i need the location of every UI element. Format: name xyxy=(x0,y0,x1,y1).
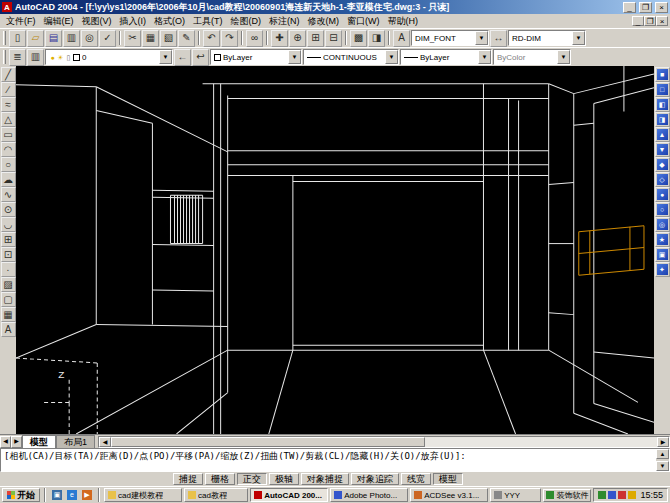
show-desktop-button[interactable]: ▣ xyxy=(50,488,64,502)
shade-button[interactable]: ★ xyxy=(655,232,670,247)
layer-states-button[interactable]: ▥ xyxy=(27,49,44,66)
redo-button[interactable]: ↷ xyxy=(221,30,238,47)
status-button-ortho[interactable]: 正交 xyxy=(237,473,267,485)
view-right-button[interactable]: ◨ xyxy=(655,112,670,127)
chevron-down-icon[interactable]: ▼ xyxy=(572,31,585,45)
menu-item[interactable]: 视图(V) xyxy=(78,15,116,28)
insert-block-button[interactable]: ⊞ xyxy=(1,232,16,247)
color-control-combo[interactable]: ByLayer ▼ xyxy=(210,49,302,65)
tray-antivirus-icon[interactable] xyxy=(598,491,606,499)
spelling-button[interactable]: ✓ xyxy=(99,30,116,47)
scrollbar-thumb[interactable] xyxy=(111,437,424,447)
scroll-down-icon[interactable]: ▼ xyxy=(656,461,669,471)
render-button[interactable]: ✦ xyxy=(655,262,670,277)
status-button-polar[interactable]: 极轴 xyxy=(269,473,299,485)
layer-properties-button[interactable]: ≣ xyxy=(9,49,26,66)
zoom-realtime-button[interactable]: ⊕ xyxy=(289,30,306,47)
status-button-lwt[interactable]: 线宽 xyxy=(401,473,431,485)
scroll-left-icon[interactable]: ◀ xyxy=(99,437,111,447)
status-button-otrack[interactable]: 对象追踪 xyxy=(351,473,399,485)
chevron-down-icon[interactable]: ▼ xyxy=(478,50,491,64)
media-player-button[interactable]: ▶ xyxy=(80,488,94,502)
chevron-down-icon[interactable]: ▼ xyxy=(475,31,488,45)
chevron-down-icon[interactable]: ▼ xyxy=(159,50,172,64)
polyline-button[interactable]: ≈ xyxy=(1,97,16,112)
view-se-iso-button[interactable]: ◇ xyxy=(655,172,670,187)
polygon-button[interactable]: △ xyxy=(1,112,16,127)
task-button[interactable]: ACDSee v3.1... xyxy=(410,488,488,502)
menu-item[interactable]: 绘图(D) xyxy=(227,15,266,28)
view-top-button[interactable]: ■ xyxy=(655,67,670,82)
ellipse-arc-button[interactable]: ◡ xyxy=(1,217,16,232)
command-scrollbar[interactable]: ▲ ▼ xyxy=(656,449,669,471)
view-nw-iso-button[interactable]: ○ xyxy=(655,202,670,217)
text-style-combo[interactable]: DIM_FONT ▼ xyxy=(411,30,489,46)
make-object-layer-current-button[interactable]: ← xyxy=(174,49,191,66)
tab-scroll-right-icon[interactable]: ▶ xyxy=(11,436,22,448)
layer-previous-button[interactable]: ↩ xyxy=(192,49,209,66)
save-button[interactable]: ▤ xyxy=(45,30,62,47)
point-button[interactable]: ∙ xyxy=(1,262,16,277)
arc-button[interactable]: ◠ xyxy=(1,142,16,157)
view-front-button[interactable]: ▲ xyxy=(655,127,670,142)
dim-style-combo[interactable]: RD-DIM ▼ xyxy=(508,30,586,46)
view-ne-iso-button[interactable]: ● xyxy=(655,187,670,202)
scroll-up-icon[interactable]: ▲ xyxy=(656,449,669,459)
tray-input-method-icon[interactable] xyxy=(618,491,626,499)
circle-button[interactable]: ○ xyxy=(1,157,16,172)
minimize-button[interactable]: _ xyxy=(623,2,636,13)
status-button-model[interactable]: 模型 xyxy=(433,473,463,485)
status-button-grid[interactable]: 栅格 xyxy=(205,473,235,485)
zoom-window-button[interactable]: ⊞ xyxy=(307,30,324,47)
internet-explorer-button[interactable]: e xyxy=(65,488,79,502)
text-style-button[interactable]: A xyxy=(393,30,410,47)
multiline-text-button[interactable]: A xyxy=(1,322,16,337)
new-file-button[interactable]: ▯ xyxy=(9,30,26,47)
tab-scroll-left-icon[interactable]: ◀ xyxy=(0,436,11,448)
doc-restore-button[interactable]: ❐ xyxy=(644,16,656,26)
insert-hyperlink-button[interactable]: ∞ xyxy=(246,30,263,47)
revision-cloud-button[interactable]: ☁ xyxy=(1,172,16,187)
linetype-control-combo[interactable]: CONTINUOUS ▼ xyxy=(303,49,399,65)
cut-button[interactable]: ✂ xyxy=(124,30,141,47)
command-window[interactable]: [相机(CA)/目标(TA)/距离(D)/点(PO)/平移(PA)/缩放(Z)/… xyxy=(0,448,670,472)
dim-style-button[interactable]: ↔ xyxy=(490,30,507,47)
paste-button[interactable]: ▧ xyxy=(160,30,177,47)
region-button[interactable]: ▢ xyxy=(1,292,16,307)
designcenter-button[interactable]: ◨ xyxy=(368,30,385,47)
tab-layout1[interactable]: 布局1 xyxy=(56,435,95,448)
menu-item[interactable]: 文件(F) xyxy=(2,15,40,28)
layer-combo[interactable]: ● ☀ ▯ 0 ▼ xyxy=(45,49,173,65)
tray-volume-icon[interactable] xyxy=(608,491,616,499)
open-file-button[interactable]: ▱ xyxy=(27,30,44,47)
task-button[interactable]: cad教程 xyxy=(184,488,248,502)
drawing-area[interactable]: Z xyxy=(16,66,654,434)
view-sw-iso-button[interactable]: ◆ xyxy=(655,157,670,172)
plot-preview-button[interactable]: ◎ xyxy=(81,30,98,47)
scroll-right-icon[interactable]: ▶ xyxy=(657,437,669,447)
plot-button[interactable]: ▥ xyxy=(63,30,80,47)
close-button[interactable]: × xyxy=(655,2,668,13)
construction-line-button[interactable]: ∕ xyxy=(1,82,16,97)
view-bottom-button[interactable]: □ xyxy=(655,82,670,97)
undo-button[interactable]: ↶ xyxy=(203,30,220,47)
start-button[interactable]: 开始 xyxy=(2,488,40,502)
task-button[interactable]: cad建模教程 xyxy=(104,488,182,502)
decor-toolbar[interactable]: 装饰软件 xyxy=(543,489,591,502)
ellipse-button[interactable]: ⊙ xyxy=(1,202,16,217)
doc-close-button[interactable]: × xyxy=(656,16,668,26)
task-button[interactable]: YYY xyxy=(490,488,541,502)
menu-item[interactable]: 标注(N) xyxy=(265,15,304,28)
hide-button[interactable]: ▣ xyxy=(655,247,670,262)
hatch-button[interactable]: ▨ xyxy=(1,277,16,292)
line-button[interactable]: ╱ xyxy=(1,67,16,82)
menu-item[interactable]: 修改(M) xyxy=(304,15,344,28)
lineweight-control-combo[interactable]: ByLayer ▼ xyxy=(400,49,492,65)
status-button-osnap[interactable]: 对象捕捉 xyxy=(301,473,349,485)
toolbar-grip[interactable] xyxy=(3,50,6,64)
horizontal-scrollbar[interactable]: ◀ ▶ xyxy=(98,436,670,448)
copy-button[interactable]: ▦ xyxy=(142,30,159,47)
match-properties-button[interactable]: ✎ xyxy=(178,30,195,47)
toolbar-grip[interactable] xyxy=(3,31,6,45)
make-block-button[interactable]: ⊡ xyxy=(1,247,16,262)
